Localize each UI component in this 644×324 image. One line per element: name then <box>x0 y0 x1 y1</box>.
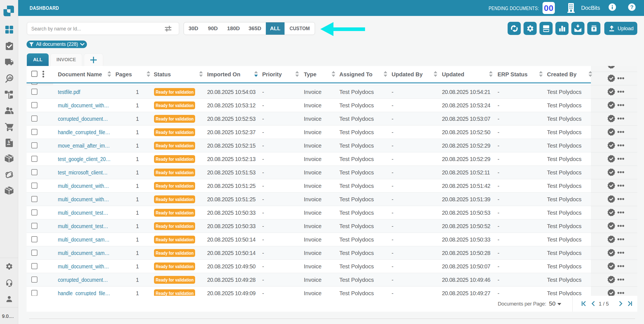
svg-text:$: $ <box>8 140 10 144</box>
svg-text:?: ? <box>630 4 634 10</box>
